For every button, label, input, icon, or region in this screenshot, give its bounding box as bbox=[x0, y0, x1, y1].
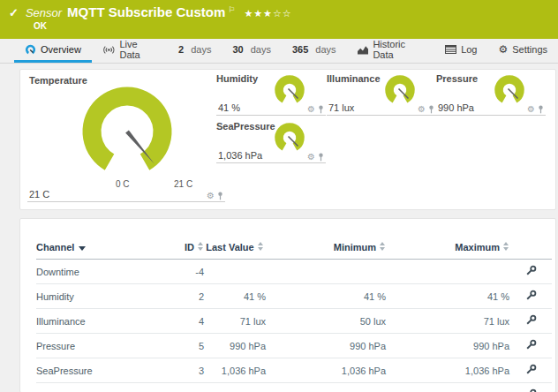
pin-icon[interactable] bbox=[538, 105, 544, 114]
ok-check-icon: ✓ bbox=[9, 6, 19, 19]
channel-name[interactable]: Humidity bbox=[36, 284, 167, 309]
channels-table: Channel ID Last Value Minimum Maximum Do… bbox=[36, 242, 552, 392]
log-icon bbox=[445, 45, 456, 54]
channel-last: 41 % bbox=[204, 284, 266, 309]
tab-number: 30 bbox=[232, 44, 243, 55]
gear-icon[interactable]: ⚙ bbox=[418, 105, 426, 114]
tab-30-days[interactable]: 30 days bbox=[222, 39, 282, 63]
table-row[interactable]: Downtime -4 bbox=[36, 260, 552, 284]
tab-label: Historic Data bbox=[373, 39, 424, 60]
tab-bar: Overview Live Data 2 days 30 days 365 da… bbox=[0, 39, 558, 64]
table-row[interactable]: Humidity 2 41 % 41 % 41 % bbox=[36, 284, 552, 309]
channel-settings-icon[interactable] bbox=[525, 339, 537, 351]
page-title: MQTT Subscribe Custom bbox=[67, 4, 225, 19]
channel-max: 1,036 hPa bbox=[386, 358, 509, 383]
broadcast-icon bbox=[102, 45, 116, 55]
tab-historic-data[interactable]: Historic Data bbox=[347, 39, 435, 63]
tab-overview[interactable]: Overview bbox=[14, 39, 92, 63]
channel-max: 990 hPa bbox=[386, 334, 509, 358]
tab-365-days[interactable]: 365 days bbox=[282, 39, 347, 63]
channel-max bbox=[386, 260, 509, 284]
table-row[interactable]: Pressure 5 990 hPa 990 hPa 990 hPa bbox=[36, 334, 552, 358]
sensor-kind-label: Sensor bbox=[26, 6, 62, 19]
priority-stars[interactable]: ★★★☆☆ bbox=[244, 8, 291, 19]
gear-icon[interactable]: ⚙ bbox=[307, 153, 315, 162]
channel-id: 1 bbox=[167, 383, 204, 392]
channel-last: 21 C bbox=[204, 383, 266, 392]
channel-id: 5 bbox=[167, 334, 204, 358]
channel-max: 71 lux bbox=[386, 309, 509, 334]
sensor-header: ✓ Sensor MQTT Subscribe Custom ⚐ ★★★☆☆ O… bbox=[0, 0, 558, 39]
table-row[interactable]: SeaPressure 3 1,036 hPa 1,036 hPa 1,036 … bbox=[36, 358, 552, 383]
sort-icon bbox=[503, 242, 509, 251]
gauge-footer: 21 C ⚙ bbox=[27, 188, 225, 202]
header-channel[interactable]: Channel bbox=[36, 242, 167, 260]
gear-icon[interactable]: ⚙ bbox=[207, 192, 215, 200]
pin-icon[interactable] bbox=[217, 192, 223, 200]
header-last-value[interactable]: Last Value bbox=[204, 242, 266, 260]
channels-panel: Channel ID Last Value Minimum Maximum Do… bbox=[19, 218, 556, 392]
humidity-gauge bbox=[273, 73, 306, 105]
flag-icon[interactable]: ⚐ bbox=[228, 5, 235, 14]
tab-number: 2 bbox=[178, 44, 184, 55]
pin-icon[interactable] bbox=[318, 105, 324, 114]
channel-id: 2 bbox=[167, 284, 204, 309]
pressure-gauge-block: Pressure 990 hPa ⚙ bbox=[436, 73, 546, 116]
gear-icon[interactable]: ⚙ bbox=[527, 105, 535, 114]
gear-icon[interactable]: ⚙ bbox=[307, 105, 315, 114]
gauges-panel: Temperature 0 C 21 C 21 C ⚙ Humidity 41 … bbox=[19, 69, 556, 210]
channel-last: 1,036 hPa bbox=[204, 358, 266, 383]
channel-settings-icon[interactable] bbox=[525, 290, 537, 301]
tab-live-data[interactable]: Live Data bbox=[92, 39, 168, 63]
gauge-footer: 41 % ⚙ bbox=[216, 102, 326, 116]
header-settings bbox=[509, 242, 552, 260]
channel-last: 71 lux bbox=[204, 309, 266, 334]
gauge-footer: 71 lux ⚙ bbox=[327, 102, 436, 116]
channel-settings-icon[interactable] bbox=[525, 265, 537, 276]
header-id[interactable]: ID bbox=[167, 242, 204, 260]
channel-settings-icon[interactable] bbox=[525, 314, 537, 326]
gauge-title: SeaPressure bbox=[216, 121, 275, 132]
gauge-title: Humidity bbox=[216, 73, 258, 84]
channel-name[interactable]: Pressure bbox=[36, 334, 167, 358]
chart-icon bbox=[358, 45, 369, 55]
channel-min: 1,036 hPa bbox=[266, 358, 386, 383]
header-minimum[interactable]: Minimum bbox=[266, 242, 386, 260]
tab-settings[interactable]: ⚙ Settings bbox=[487, 39, 558, 63]
channel-max: 41 % bbox=[386, 284, 509, 309]
channel-settings-icon[interactable] bbox=[525, 364, 537, 375]
tab-label: Settings bbox=[512, 44, 547, 55]
tab-2-days[interactable]: 2 days bbox=[168, 39, 222, 63]
illuminance-gauge-block: Illuminance 71 lux ⚙ bbox=[327, 73, 436, 116]
gauge-value: 21 C bbox=[29, 189, 49, 200]
table-row[interactable]: Temperature 1 21 C 21 C 21 C bbox=[36, 383, 552, 392]
tab-label: Live Data bbox=[120, 39, 158, 60]
gauge-footer: 1,036 hPa ⚙ bbox=[216, 149, 326, 163]
gauge-icon bbox=[25, 44, 36, 56]
channel-min: 50 lux bbox=[266, 309, 386, 334]
table-row[interactable]: Illuminance 4 71 lux 50 lux 71 lux bbox=[36, 309, 552, 334]
pin-icon[interactable] bbox=[318, 153, 324, 162]
tab-unit: days bbox=[191, 44, 211, 55]
channel-name[interactable]: Downtime bbox=[36, 260, 167, 284]
channel-id: 4 bbox=[167, 309, 204, 334]
channel-id: 3 bbox=[167, 358, 204, 383]
tab-number: 365 bbox=[292, 44, 308, 55]
channel-name[interactable]: Illuminance bbox=[36, 309, 167, 334]
tab-label: Log bbox=[461, 44, 477, 55]
temperature-gauge-block: Temperature 0 C 21 C 21 C ⚙ bbox=[27, 73, 225, 202]
channel-name[interactable]: Temperature bbox=[36, 383, 167, 392]
tab-label: Overview bbox=[41, 44, 81, 55]
channel-min: 990 hPa bbox=[266, 334, 386, 358]
gauge-value: 1,036 hPa bbox=[218, 150, 262, 161]
sort-down-icon bbox=[79, 246, 86, 251]
channel-last bbox=[204, 260, 266, 284]
channel-last: 990 hPa bbox=[204, 334, 266, 358]
tab-unit: days bbox=[251, 44, 271, 55]
gauge-value: 41 % bbox=[218, 102, 240, 113]
channel-name[interactable]: SeaPressure bbox=[36, 358, 167, 383]
header-maximum[interactable]: Maximum bbox=[386, 242, 509, 260]
channel-settings-icon[interactable] bbox=[525, 388, 537, 392]
pin-icon[interactable] bbox=[428, 105, 434, 114]
tab-log[interactable]: Log bbox=[434, 39, 487, 63]
